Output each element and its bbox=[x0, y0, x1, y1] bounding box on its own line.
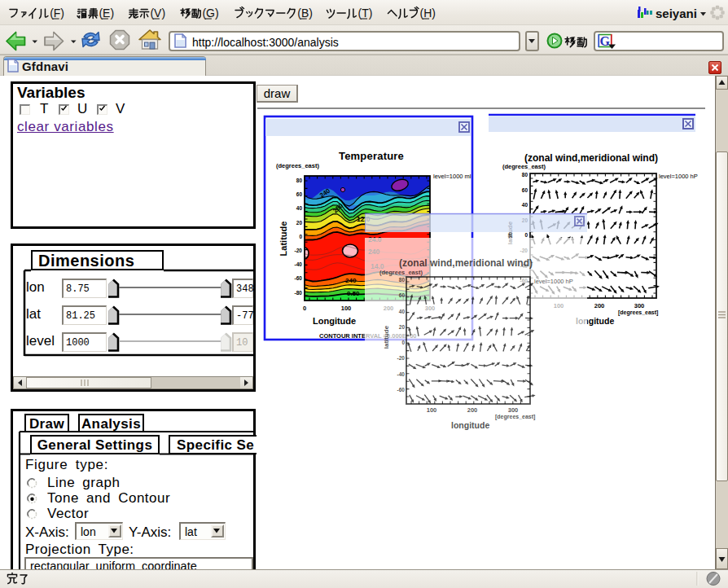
svg-text:-60: -60 bbox=[397, 387, 406, 393]
svg-text:latitude: latitude bbox=[383, 325, 390, 349]
svg-text:(zonal wind,meridional wind): (zonal wind,meridional wind) bbox=[399, 257, 533, 269]
svg-text:40: 40 bbox=[399, 309, 406, 314]
svg-text:200: 200 bbox=[467, 406, 478, 414]
svg-text:(degrees_east): (degrees_east) bbox=[502, 163, 546, 170]
svg-text:80: 80 bbox=[296, 178, 303, 183]
svg-text:40: 40 bbox=[522, 202, 528, 208]
svg-text:100: 100 bbox=[341, 305, 352, 312]
svg-text:level=1000 hP: level=1000 hP bbox=[659, 173, 698, 180]
svg-text:60: 60 bbox=[399, 292, 406, 298]
svg-text:100: 100 bbox=[427, 406, 437, 414]
svg-text:0: 0 bbox=[524, 232, 528, 238]
svg-text:Longitude: Longitude bbox=[313, 316, 356, 326]
svg-text:(G): (G) bbox=[202, 7, 218, 20]
svg-text:-80: -80 bbox=[295, 290, 303, 296]
svg-text:-40: -40 bbox=[397, 371, 406, 377]
svg-text:60: 60 bbox=[522, 187, 528, 193]
svg-text:60: 60 bbox=[296, 191, 303, 197]
svg-text:Latitude: Latitude bbox=[278, 222, 288, 257]
svg-text:-20: -20 bbox=[397, 355, 406, 361]
svg-text:0: 0 bbox=[303, 305, 306, 312]
svg-text:Temperature: Temperature bbox=[339, 150, 404, 162]
svg-text:(zonal wind,meridional wind): (zonal wind,meridional wind) bbox=[524, 152, 658, 164]
svg-text:20: 20 bbox=[399, 324, 406, 330]
svg-text:80: 80 bbox=[399, 277, 406, 283]
svg-text:(T): (T) bbox=[358, 7, 373, 20]
svg-text:longitude: longitude bbox=[451, 420, 489, 430]
svg-text:G: G bbox=[600, 34, 611, 48]
svg-text:level=1000 ml: level=1000 ml bbox=[433, 173, 471, 180]
svg-text:(F): (F) bbox=[50, 7, 64, 20]
svg-text:(degrees_east): (degrees_east) bbox=[379, 269, 423, 276]
svg-text:300: 300 bbox=[508, 406, 519, 414]
svg-text:0: 0 bbox=[401, 340, 405, 345]
svg-text:[degrees_east]: [degrees_east] bbox=[618, 309, 658, 316]
svg-text:300: 300 bbox=[634, 302, 645, 309]
svg-text:0: 0 bbox=[299, 234, 302, 239]
svg-text:-60: -60 bbox=[295, 275, 303, 281]
svg-text:(H): (H) bbox=[420, 7, 436, 20]
svg-text:(B): (B) bbox=[297, 7, 313, 20]
svg-text:80: 80 bbox=[522, 172, 528, 178]
svg-text:240: 240 bbox=[345, 277, 357, 284]
svg-text:-20: -20 bbox=[295, 248, 303, 253]
svg-text:-40: -40 bbox=[295, 261, 303, 267]
svg-text:40: 40 bbox=[296, 205, 303, 211]
svg-text:(E): (E) bbox=[99, 7, 114, 20]
svg-text:(V): (V) bbox=[150, 7, 165, 20]
svg-text:20: 20 bbox=[296, 220, 303, 226]
svg-text:[degrees_east]: [degrees_east] bbox=[495, 414, 535, 420]
svg-text:level=1000 hP: level=1000 hP bbox=[534, 278, 573, 285]
svg-text:(degrees_east): (degrees_east) bbox=[276, 162, 319, 169]
svg-text:seiyani: seiyani bbox=[656, 7, 697, 20]
svg-text:0.50: 0.50 bbox=[347, 290, 360, 297]
svg-text:200: 200 bbox=[594, 302, 605, 309]
